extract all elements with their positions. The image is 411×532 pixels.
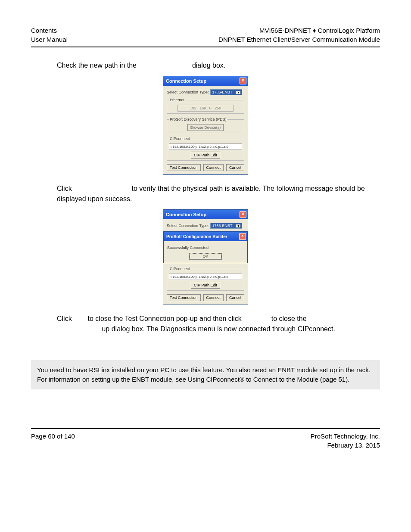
ethernet-legend: Ethernet [169,98,185,102]
close-icon[interactable]: × [239,233,246,240]
connection-type-select-2[interactable]: 1786-ENBT ▼ [210,223,242,229]
connect-button-2[interactable]: Connect [203,294,224,301]
document-page: Contents User Manual MVI56E-DNPNET ♦ Con… [0,0,411,467]
para2-text-b: to verify that the physical path is avai… [57,185,365,202]
footer-rule [31,428,380,429]
ok-button[interactable]: OK [190,253,221,259]
cip-legend-2: CIPconnect [169,267,191,271]
dialog1-body: Select Connection Type: 1786-ENBT ▼ Ethe… [163,86,248,174]
chevron-down-icon: ▼ [236,224,240,227]
dialog1-wrap: Connection Setup × Select Connection Typ… [31,76,380,175]
ethernet-fieldset: Ethernet 192 . 168 . 0 . 250 [167,98,244,114]
connection-setup-dialog-2: Connection Setup × Select Connection Typ… [163,209,248,305]
ip-address-field[interactable]: 192 . 168 . 0 . 250 [177,105,234,112]
para1-text-b: dialog box. [192,62,225,69]
cip-path-edit-button[interactable]: CIP Path Edit [191,152,220,159]
connect-button[interactable]: Connect [203,164,224,171]
cip-path-edit-button-2[interactable]: CIP Path Edit [191,282,220,289]
dialog1-title: Connection Setup [166,78,206,84]
cip-legend: CIPconnect [169,137,191,141]
dialog1-button-row: Test Connection Connect Cancel [167,164,244,171]
footer-page-number: Page 60 of 140 [31,432,75,450]
paragraph-1: Check the new path in the dialog box. [57,60,380,71]
header-subtitle: DNPNET Ethernet Client/Server Communicat… [218,36,380,43]
select-row: Select Connection Type: 1786-ENBT ▼ [167,89,244,95]
paragraph-2: Click to verify that the physical path i… [57,184,380,204]
popup-titlebar: ProSoft Configuration Builder × [164,232,247,241]
header-right: MVI56E-DNPNET ♦ ControlLogix Platform DN… [218,26,380,44]
select-connection-label-2: Select Connection Type: [167,224,209,228]
cip-path-field-2[interactable]: t:192.168.0.100,p:1,s:2,p:2,c:0,p:1,s:6 [169,274,242,280]
header-contents: Contents [31,27,57,34]
dialog2-wrap: Connection Setup × Select Connection Typ… [31,209,380,305]
popup-body: Successfully Connected OK [164,241,247,263]
header-usermanual: User Manual [31,36,68,43]
para3-text-b: to close the Test Connection pop-up and … [88,315,244,322]
dialog1-titlebar: Connection Setup × [163,76,248,86]
pds-legend: ProSoft Discovery Service (PDS) [169,117,227,121]
select-value: 1786-ENBT [212,90,232,94]
close-icon[interactable]: × [240,78,246,84]
note-box: You need to have RSLinx installed on you… [31,360,380,389]
dialog2-button-row: Test Connection Connect Cancel [167,294,244,301]
paragraph-3: Click to close the Test Connection pop-u… [57,314,380,334]
cipconnect-fieldset: CIPconnect t:192.168.0.100,p:1,s:2,p:2,c… [167,137,244,161]
para1-text-a: Check the new path in the [57,62,138,69]
para2-text-a: Click [57,185,74,192]
cancel-button[interactable]: Cancel [226,164,244,171]
note-text: You need to have RSLinx installed on you… [37,366,371,383]
popup-message: Successfully Connected [167,246,209,250]
footer-date: February 13, 2015 [327,442,380,449]
chevron-down-icon: ▼ [236,91,240,94]
header-left: Contents User Manual [31,26,68,44]
select-connection-label: Select Connection Type: [167,90,209,94]
close-icon[interactable]: × [240,211,246,218]
browse-devices-button[interactable]: Browse Device(s) [187,124,224,131]
page-footer: Page 60 of 140 ProSoft Technology, Inc. … [31,432,380,450]
pds-fieldset: ProSoft Discovery Service (PDS) Browse D… [167,117,244,133]
cip-path-field[interactable]: t:192.168.0.100,p:1,s:2,p:2,c:0,p:1,s:6 [169,143,242,150]
select-row-2: Select Connection Type: 1786-ENBT ▼ [167,223,244,229]
connection-type-select[interactable]: 1786-ENBT ▼ [210,89,242,95]
header-rule [31,47,380,47]
page-header: Contents User Manual MVI56E-DNPNET ♦ Con… [31,26,380,44]
test-connection-button[interactable]: Test Connection [167,164,201,171]
popup-title: ProSoft Configuration Builder [166,234,227,239]
para3-text-c: to close the [271,315,307,322]
connection-setup-dialog: Connection Setup × Select Connection Typ… [163,76,248,175]
header-product: MVI56E-DNPNET ♦ ControlLogix Platform [259,27,380,34]
cancel-button-2[interactable]: Cancel [226,294,244,301]
dialog2-body: Select Connection Type: 1786-ENBT ▼ ProS… [163,219,248,305]
footer-right: ProSoft Technology, Inc. February 13, 20… [311,432,380,450]
cipconnect-fieldset-2: CIPconnect t:192.168.0.100,p:1,s:2,p:2,c… [167,267,244,291]
select-value-2: 1786-ENBT [212,224,232,228]
dialog2-titlebar: Connection Setup × [163,210,248,219]
success-popup: ProSoft Configuration Builder × Successf… [163,231,248,263]
dialog2-title: Connection Setup [166,212,206,217]
test-connection-button-2[interactable]: Test Connection [167,294,201,301]
footer-company: ProSoft Technology, Inc. [311,432,380,440]
para3-text-d: up dialog box. The Diagnostics menu is n… [102,325,335,333]
para3-text-a: Click [57,315,74,322]
